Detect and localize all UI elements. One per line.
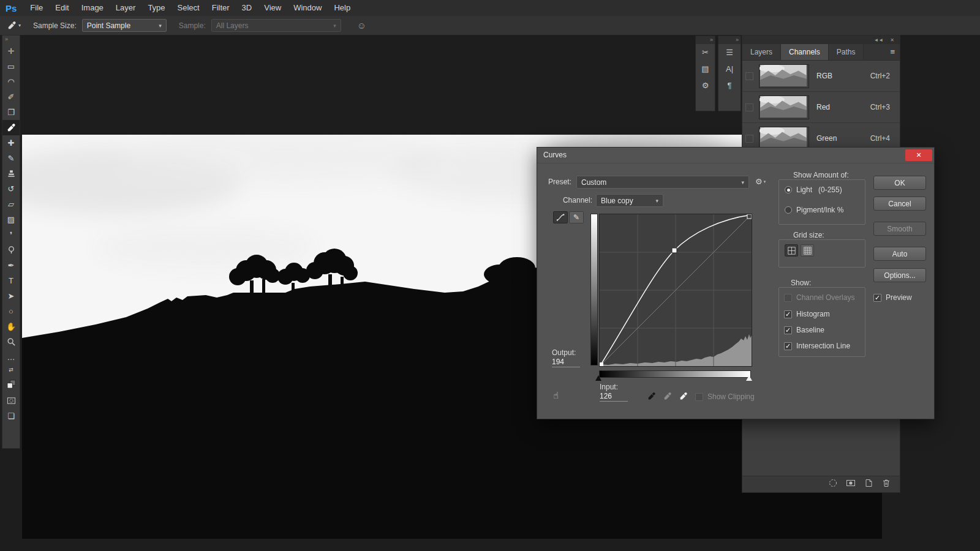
curve-grid[interactable] <box>599 214 752 367</box>
radio-button[interactable] <box>785 206 792 214</box>
preset-options-button[interactable]: ⚙▾ <box>755 177 766 186</box>
gray-point-eyedropper-icon[interactable] <box>661 390 674 402</box>
menu-window[interactable]: Window <box>287 0 328 16</box>
radio-button[interactable] <box>785 186 792 193</box>
collapse-dock-icon[interactable]: » <box>2 36 20 43</box>
current-tool-button[interactable]: ▾ <box>7 21 21 30</box>
scissors-icon[interactable]: ✂ <box>696 44 715 61</box>
tab-layers[interactable]: Layers <box>742 44 781 60</box>
expand-dock-icon[interactable]: » <box>696 36 715 44</box>
menu-help[interactable]: Help <box>328 0 356 16</box>
visibility-toggle[interactable] <box>745 135 753 143</box>
pen-tool[interactable]: ✒ <box>2 258 20 273</box>
sample-select[interactable]: All Layers ▾ <box>211 19 341 32</box>
smooth-button[interactable]: Smooth <box>873 222 926 236</box>
quick-mask[interactable] <box>2 393 20 408</box>
load-selection-icon[interactable] <box>828 478 838 490</box>
healing-brush-tool[interactable]: ✚ <box>2 135 20 151</box>
menu-file[interactable]: File <box>24 0 49 16</box>
tab-channels[interactable]: Channels <box>781 44 829 60</box>
visibility-toggle[interactable] <box>745 103 753 111</box>
checkbox[interactable]: ✓ <box>784 294 792 302</box>
hand-tool[interactable]: ✋ <box>2 319 20 334</box>
white-point-slider[interactable] <box>746 375 752 381</box>
radio-pigment[interactable]: Pigment/Ink % <box>785 206 843 214</box>
path-select-tool[interactable]: ➤ <box>2 288 20 304</box>
ok-button[interactable]: OK <box>873 176 926 190</box>
tab-paths[interactable]: Paths <box>829 44 864 60</box>
history-brush-tool[interactable]: ↺ <box>2 181 20 197</box>
output-value[interactable]: 194 <box>552 358 580 367</box>
checkbox[interactable]: ✓ <box>784 326 792 334</box>
eyedropper-tool[interactable] <box>2 120 20 135</box>
sampling-ring-icon[interactable]: ☺ <box>357 20 366 31</box>
color-swatches[interactable] <box>2 375 20 393</box>
marquee-tool[interactable]: ▭ <box>2 59 20 74</box>
channel-row-red[interactable]: RedCtrl+3 <box>742 92 900 123</box>
swap-colors[interactable]: ⇄ <box>2 365 20 375</box>
expand-dock-icon[interactable]: » <box>718 36 741 44</box>
cancel-button[interactable]: Cancel <box>873 197 926 211</box>
black-point-eyedropper-icon[interactable] <box>645 390 658 402</box>
show-option-baseline[interactable]: ✓Baseline <box>784 326 824 334</box>
show-option-histogram[interactable]: ✓Histogram <box>784 310 830 318</box>
shape-tool[interactable]: ○ <box>2 304 20 319</box>
show-option-intersection-line[interactable]: ✓Intersection Line <box>784 342 850 350</box>
close-panel-icon[interactable]: ✕ <box>890 37 894 43</box>
zoom-tool[interactable] <box>2 334 20 350</box>
menu-3d[interactable]: 3D <box>236 0 258 16</box>
clone-stamp-tool[interactable] <box>2 166 20 181</box>
gradient-tool[interactable]: ▨ <box>2 212 20 227</box>
menu-image[interactable]: Image <box>75 0 110 16</box>
black-point-slider[interactable] <box>595 375 601 381</box>
quick-select-tool[interactable]: ✐ <box>2 89 20 105</box>
sliders-icon[interactable]: ☰ <box>718 44 741 61</box>
brush-tool[interactable]: ✎ <box>2 151 20 166</box>
checkbox[interactable]: ✓ <box>784 342 792 350</box>
radio-light[interactable]: Light (0-255) <box>785 186 842 194</box>
type-tool[interactable]: T <box>2 273 20 288</box>
more-tools[interactable]: … <box>2 350 20 365</box>
menu-edit[interactable]: Edit <box>49 0 75 16</box>
character-panel-icon[interactable]: A| <box>718 61 741 77</box>
panel-menu-icon[interactable]: ≡ <box>890 47 895 56</box>
preview-checkbox[interactable]: ✓ <box>873 294 881 302</box>
show-clipping-checkbox[interactable]: ✓ <box>695 393 703 401</box>
auto-button[interactable]: Auto <box>873 247 926 261</box>
collapse-panels-icon[interactable]: ◄◄ <box>873 37 883 43</box>
detailed-grid-button[interactable] <box>801 244 814 257</box>
gears-icon[interactable]: ⚙ <box>696 77 715 94</box>
checkbox[interactable]: ✓ <box>784 310 792 318</box>
targeted-adjustment-icon[interactable]: ☝ <box>553 390 559 401</box>
menu-select[interactable]: Select <box>172 0 206 16</box>
menu-view[interactable]: View <box>258 0 287 16</box>
sample-size-select[interactable]: Point Sample ▾ <box>82 19 167 32</box>
crop-tool[interactable]: ❐ <box>2 105 20 120</box>
dodge-tool[interactable] <box>2 242 20 258</box>
channel-row-rgb[interactable]: RGBCtrl+2 <box>742 61 900 92</box>
save-mask-icon[interactable] <box>846 478 856 490</box>
channel-select[interactable]: Blue copy ▾ <box>596 194 663 207</box>
menu-type[interactable]: Type <box>141 0 171 16</box>
lasso-tool[interactable]: ◠ <box>2 74 20 89</box>
menu-layer[interactable]: Layer <box>110 0 142 16</box>
paragraph-panel-icon[interactable]: ¶ <box>718 77 741 94</box>
dialog-title-bar[interactable]: Curves ✕ <box>537 148 934 163</box>
white-point-eyedropper-icon[interactable] <box>677 390 690 402</box>
menu-filter[interactable]: Filter <box>206 0 236 16</box>
show-clipping-row[interactable]: ✓ Show Clipping <box>695 392 755 401</box>
delete-channel-icon[interactable] <box>881 478 891 490</box>
options-button[interactable]: Options... <box>873 268 926 282</box>
visibility-toggle[interactable] <box>745 72 753 80</box>
edit-points-button[interactable] <box>553 211 568 223</box>
preview-row[interactable]: ✓ Preview <box>873 293 912 302</box>
close-dialog-button[interactable]: ✕ <box>905 149 932 161</box>
show-option-channel-overlays[interactable]: ✓Channel Overlays <box>784 293 854 302</box>
new-channel-icon[interactable] <box>864 478 873 490</box>
draw-curve-button[interactable]: ✎ <box>569 211 584 223</box>
screen-mode[interactable]: ❏ <box>2 408 20 424</box>
input-value[interactable]: 126 <box>600 392 628 402</box>
simple-grid-button[interactable] <box>785 244 798 257</box>
blur-tool[interactable]: ❜ <box>2 227 20 242</box>
move-tool[interactable]: ✛ <box>2 43 20 59</box>
